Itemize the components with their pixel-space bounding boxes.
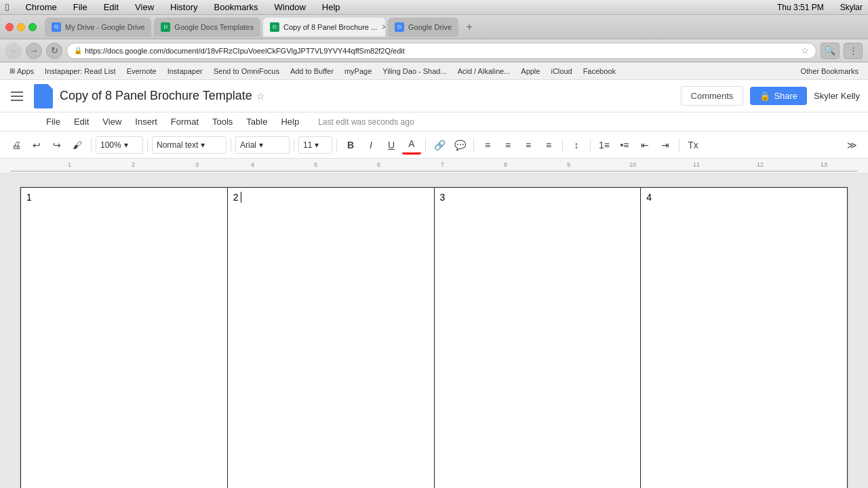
increase-indent-button[interactable]: ⇥ bbox=[656, 136, 675, 155]
doc-title-text[interactable]: Copy of 8 Panel Brochure Template bbox=[60, 89, 252, 103]
bookmark-instapaper2[interactable]: Instapaper bbox=[163, 66, 207, 77]
bulleted-list-button[interactable]: •≡ bbox=[615, 136, 634, 155]
extensions-button[interactable]: ⋮ bbox=[844, 43, 863, 59]
zoom-select[interactable]: 100% ▾ bbox=[96, 136, 143, 154]
tab-3-close[interactable]: ✕ bbox=[381, 22, 385, 32]
docs-tools-menu[interactable]: Tools bbox=[207, 115, 238, 128]
panel-4[interactable]: 4 bbox=[641, 188, 848, 489]
history-menu[interactable]: History bbox=[167, 2, 200, 12]
back-button[interactable]: ← bbox=[5, 43, 22, 59]
file-menu[interactable]: File bbox=[71, 2, 90, 12]
chrome-menu[interactable]: Chrome bbox=[22, 2, 59, 12]
font-select[interactable]: Arial ▾ bbox=[235, 136, 290, 154]
comments-button[interactable]: Comments bbox=[681, 86, 744, 106]
docs-menu-icon[interactable] bbox=[8, 87, 27, 106]
bookmark-buffer[interactable]: Add to Buffer bbox=[286, 66, 338, 77]
docs-right-actions: Comments 🔒 Share Skyler Kelly bbox=[681, 86, 860, 106]
browser-frame: G My Drive - Google Drive D Google Docs … bbox=[0, 15, 868, 80]
docs-insert-menu[interactable]: Insert bbox=[130, 115, 163, 128]
bookmark-yiling-label: Yiling Dao - Shad... bbox=[382, 67, 446, 75]
svg-text:1: 1 bbox=[68, 161, 71, 168]
font-chevron: ▾ bbox=[259, 140, 263, 150]
system-user: Skylar bbox=[840, 3, 863, 12]
zoom-button[interactable]: 🔍 bbox=[821, 43, 840, 59]
toolbar-sep-7 bbox=[473, 138, 474, 152]
clear-formatting-button[interactable]: Tx bbox=[684, 136, 703, 155]
paragraph-style-select[interactable]: Normal text ▾ bbox=[152, 136, 226, 154]
svg-text:8: 8 bbox=[504, 161, 507, 168]
docs-help-menu[interactable]: Help bbox=[275, 115, 304, 128]
address-bar[interactable]: 🔒 https://docs.google.com/document/d/18v… bbox=[66, 43, 816, 59]
justify-button[interactable]: ≡ bbox=[539, 136, 558, 155]
bookmark-facebook[interactable]: Facebook bbox=[579, 66, 620, 77]
undo-button[interactable]: ↩ bbox=[27, 136, 46, 155]
print-button[interactable]: 🖨 bbox=[7, 136, 26, 155]
bookmark-apple[interactable]: Apple bbox=[517, 66, 544, 77]
link-button[interactable]: 🔗 bbox=[430, 136, 449, 155]
expand-toolbar-button[interactable]: ≫ bbox=[842, 136, 861, 155]
svg-text:5: 5 bbox=[314, 161, 317, 168]
tab-1[interactable]: G My Drive - Google Drive bbox=[45, 18, 151, 37]
bookmark-other[interactable]: Other Bookmarks bbox=[796, 66, 863, 77]
bold-button[interactable]: B bbox=[341, 136, 360, 155]
forward-button[interactable]: → bbox=[26, 43, 42, 59]
docs-view-menu[interactable]: View bbox=[97, 115, 127, 128]
view-menu[interactable]: View bbox=[132, 2, 157, 12]
edit-menu[interactable]: Edit bbox=[101, 2, 121, 12]
docs-file-menu[interactable]: File bbox=[41, 115, 66, 128]
bookmark-mypage[interactable]: myPage bbox=[340, 66, 376, 77]
doc-star-icon[interactable]: ☆ bbox=[256, 91, 265, 102]
font-size-select[interactable]: 11 ▾ bbox=[298, 136, 332, 154]
svg-text:6: 6 bbox=[377, 161, 380, 168]
bookmark-star-icon[interactable]: ☆ bbox=[801, 45, 809, 56]
panel-1-number: 1 bbox=[26, 192, 32, 203]
share-button[interactable]: 🔒 Share bbox=[750, 87, 807, 105]
refresh-button[interactable]: ↻ bbox=[46, 43, 62, 59]
docs-table-menu[interactable]: Table bbox=[241, 115, 273, 128]
window-menu[interactable]: Window bbox=[272, 2, 309, 12]
close-window-button[interactable] bbox=[5, 23, 14, 31]
bookmark-apple-label: Apple bbox=[521, 67, 540, 75]
panel-2[interactable]: 2 bbox=[227, 188, 434, 489]
apple-menu[interactable]:  bbox=[5, 1, 9, 13]
docs-logo-fold bbox=[47, 84, 53, 89]
menu-line-3 bbox=[11, 100, 23, 101]
docs-format-menu[interactable]: Format bbox=[165, 115, 204, 128]
traffic-lights bbox=[5, 23, 37, 31]
bookmark-instapaper[interactable]: Instapaper: Read List bbox=[41, 66, 120, 77]
tab-2-favicon: D bbox=[161, 22, 170, 32]
docs-edit-menu[interactable]: Edit bbox=[68, 115, 94, 128]
bookmark-icloud[interactable]: iCloud bbox=[547, 66, 576, 77]
panel-3[interactable]: 3 bbox=[434, 188, 641, 489]
tab-2[interactable]: D Google Docs Templates bbox=[154, 18, 260, 37]
tab-4[interactable]: G Google Drive bbox=[388, 18, 458, 37]
paint-format-button[interactable]: 🖌 bbox=[68, 136, 87, 155]
line-spacing-button[interactable]: ↕ bbox=[567, 136, 586, 155]
text-color-button[interactable]: A bbox=[402, 136, 421, 155]
align-right-button[interactable]: ≡ bbox=[519, 136, 538, 155]
user-account[interactable]: Skyler Kelly bbox=[814, 91, 860, 101]
tab-3[interactable]: D Copy of 8 Panel Brochure ... ✕ bbox=[263, 18, 385, 37]
help-menu[interactable]: Help bbox=[319, 2, 343, 12]
redo-button[interactable]: ↪ bbox=[47, 136, 66, 155]
bookmark-apps[interactable]: ⊞ Apps bbox=[5, 66, 38, 77]
decrease-indent-button[interactable]: ⇤ bbox=[635, 136, 654, 155]
comment-button[interactable]: 💬 bbox=[450, 136, 469, 155]
bookmark-facebook-label: Facebook bbox=[583, 67, 616, 75]
panel-1[interactable]: 1 bbox=[21, 188, 228, 489]
doc-area[interactable]: 1 2 3 4 bbox=[0, 174, 868, 488]
bookmark-yiling[interactable]: Yiling Dao - Shad... bbox=[378, 66, 450, 77]
italic-button[interactable]: I bbox=[361, 136, 380, 155]
minimize-window-button[interactable] bbox=[17, 23, 25, 31]
bookmark-evernote[interactable]: Evernote bbox=[123, 66, 161, 77]
align-left-button[interactable]: ≡ bbox=[478, 136, 497, 155]
underline-button[interactable]: U bbox=[382, 136, 401, 155]
bookmarks-menu[interactable]: Bookmarks bbox=[212, 2, 261, 12]
align-center-button[interactable]: ≡ bbox=[498, 136, 517, 155]
bookmark-acid[interactable]: Acid / Alkaline... bbox=[454, 66, 515, 77]
maximize-window-button[interactable] bbox=[28, 23, 37, 31]
bookmark-omnifocus[interactable]: Send to OmniFocus bbox=[210, 66, 283, 77]
new-tab-button[interactable]: + bbox=[461, 19, 477, 35]
table-row: 1 2 3 4 bbox=[21, 188, 848, 489]
numbered-list-button[interactable]: 1≡ bbox=[595, 136, 614, 155]
